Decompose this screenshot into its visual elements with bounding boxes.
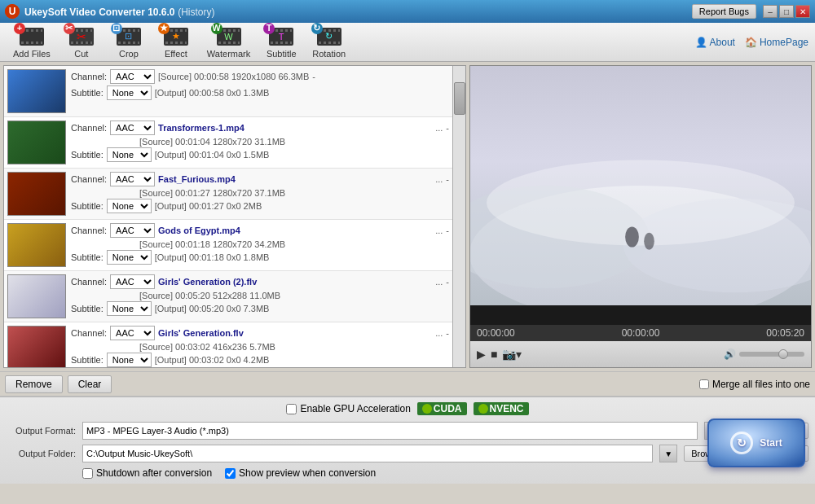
file-info: Channel: AAC Girls' Generation (2).flv .… (71, 274, 449, 316)
home-link[interactable]: 🏠 HomePage (745, 37, 808, 48)
time-total: 00:05:20 (766, 327, 804, 339)
more-button[interactable]: ... (435, 123, 443, 133)
more-button[interactable]: ... (435, 277, 443, 287)
table-row[interactable]: Channel: AAC Transformers-1.mp4 ... - [S… (4, 117, 452, 169)
output-format-input[interactable] (82, 422, 698, 440)
more-button[interactable]: ... (435, 328, 443, 338)
scrollbar-thumb[interactable] (454, 82, 465, 115)
volume-thumb[interactable] (778, 349, 788, 359)
subtitle-select[interactable]: None (107, 85, 152, 100)
file-row1: Channel: AAC Gods of Egypt.mp4 ... - (71, 223, 449, 238)
source-meta: [Source] 00:01:18 1280x720 34.2MB (139, 239, 285, 249)
table-row[interactable]: Channel: AAC Girls' Generation (2).flv .… (4, 271, 452, 322)
more-button[interactable]: ... (435, 174, 443, 184)
subtitle-select[interactable]: None (107, 147, 152, 162)
dash-button[interactable]: - (446, 328, 449, 338)
action-bar: Remove Clear Merge all files into one (0, 371, 815, 396)
output-meta: [Output] 00:00:58 0x0 1.3MB (155, 88, 270, 98)
subtitle-select[interactable]: None (107, 250, 152, 265)
report-bugs-button[interactable]: Report Bugs (692, 4, 756, 19)
more-button[interactable]: ... (435, 226, 443, 235)
add-files-button[interactable]: + Add Files (7, 23, 57, 62)
gpu-checkbox: Enable GPU Acceleration (286, 403, 410, 414)
file-list-inner: Channel: AAC [Source] 00:00:58 1920x1080… (4, 66, 465, 367)
volume-icon: 🔊 (724, 348, 736, 360)
file-name: Girls' Generation.flv (158, 328, 430, 338)
file-thumbnail (7, 69, 66, 113)
snapshot-button[interactable]: 📷▾ (502, 348, 522, 361)
home-icon: 🏠 (745, 37, 757, 48)
file-row2: [Source] 00:01:04 1280x720 31.1MB (71, 137, 449, 147)
effect-button[interactable]: ★ ★ Effect (153, 23, 199, 62)
watermark-button[interactable]: W W Watermark (200, 23, 257, 62)
output-meta: [Output] 00:01:04 0x0 1.5MB (155, 150, 270, 160)
minimize-button[interactable]: – (763, 5, 778, 18)
channel-select[interactable]: AAC (110, 274, 155, 289)
channel-select[interactable]: AAC (110, 121, 155, 135)
output-meta: [Output] 00:05:20 0x0 7.3MB (155, 304, 270, 313)
source-meta: [Source] 00:05:20 512x288 11.0MB (139, 291, 280, 300)
file-row2: [Source] 00:03:02 416x236 5.7MB (71, 342, 449, 352)
subtitle-select[interactable]: None (107, 199, 152, 213)
main-content: Channel: AAC [Source] 00:00:58 1920x1080… (0, 62, 815, 371)
vertical-scrollbar[interactable] (452, 66, 465, 367)
folder-dropdown-arrow[interactable]: ▼ (659, 445, 677, 462)
output-meta: [Output] 00:01:27 0x0 2MB (155, 201, 262, 211)
file-thumbnail (7, 326, 66, 367)
output-folder-input[interactable] (82, 445, 653, 462)
table-row[interactable]: Channel: AAC Girls' Generation.flv ... -… (4, 322, 452, 367)
maximize-button[interactable]: □ (779, 5, 794, 18)
add-files-label: Add Files (13, 49, 51, 59)
subtitle-button[interactable]: T T Subtitle (258, 23, 304, 62)
dash-button[interactable]: - (312, 72, 315, 81)
about-link[interactable]: 👤 About (695, 37, 735, 48)
crop-button[interactable]: ⊡ ⊡ Crop (106, 23, 152, 62)
channel-select[interactable]: AAC (110, 223, 155, 238)
channel-select[interactable]: AAC (110, 69, 155, 84)
rotation-badge: ↻ (311, 23, 323, 34)
subtitle-label: Subtitle: (71, 150, 104, 160)
file-thumbnail (7, 172, 66, 216)
time-middle: 00:00:00 (622, 327, 660, 339)
horizontal-scrollbar[interactable] (4, 367, 465, 368)
gpu-acceleration-checkbox[interactable] (286, 404, 297, 414)
table-row[interactable]: Channel: AAC Fast_Furious.mp4 ... - [Sou… (4, 169, 452, 220)
output-folder-row: Output Folder: ▼ Browse... Open Output (7, 445, 808, 462)
remove-button[interactable]: Remove (5, 375, 63, 393)
shutdown-checkbox[interactable] (82, 468, 93, 479)
channel-label: Channel: (71, 72, 107, 81)
rotation-icon-wrap: ↻ ↻ (315, 26, 344, 47)
volume-slider[interactable] (739, 352, 804, 357)
time-current: 00:00:00 (477, 327, 515, 339)
close-button[interactable]: ✕ (795, 5, 810, 18)
play-button[interactable]: ▶ (477, 348, 486, 361)
source-meta: [Source] 00:03:02 416x236 5.7MB (139, 342, 275, 352)
subtitle-label: Subtitle: (71, 88, 104, 98)
clear-button[interactable]: Clear (68, 375, 112, 393)
file-name: Girls' Generation (2).flv (158, 277, 430, 287)
dash-button[interactable]: - (446, 226, 449, 235)
file-thumbnail (7, 274, 66, 318)
dash-button[interactable]: - (446, 277, 449, 287)
rotation-button[interactable]: ↻ ↻ Rotation (306, 23, 352, 62)
start-button[interactable]: ↻ Start (707, 419, 805, 467)
table-row[interactable]: Channel: AAC Gods of Egypt.mp4 ... - [So… (4, 220, 452, 271)
stop-button[interactable]: ■ (491, 348, 497, 361)
subtitle-select[interactable]: None (107, 301, 152, 316)
dash-button[interactable]: - (446, 123, 449, 133)
dash-button[interactable]: - (446, 174, 449, 184)
merge-checkbox[interactable] (699, 379, 709, 389)
bottom-outer: Enable GPU Acceleration CUDA NVENC Outpu… (0, 396, 815, 484)
table-row[interactable]: Channel: AAC [Source] 00:00:58 1920x1080… (4, 66, 452, 117)
file-row3: Subtitle: None [Output] 00:03:02 0x0 4.2… (71, 353, 449, 367)
channel-select[interactable]: AAC (110, 326, 155, 340)
subtitle-select[interactable]: None (107, 353, 152, 367)
svg-point-8 (644, 233, 654, 250)
file-info: Channel: AAC Fast_Furious.mp4 ... - [Sou… (71, 172, 449, 213)
file-list-items[interactable]: Channel: AAC [Source] 00:00:58 1920x1080… (4, 66, 452, 367)
bottom-settings: Enable GPU Acceleration CUDA NVENC Outpu… (0, 396, 815, 484)
output-meta: [Output] 00:01:18 0x0 1.8MB (155, 252, 270, 262)
channel-select[interactable]: AAC (110, 172, 155, 186)
cut-button[interactable]: ✂ ✂ Cut (59, 23, 104, 62)
show-preview-checkbox[interactable] (225, 468, 236, 479)
